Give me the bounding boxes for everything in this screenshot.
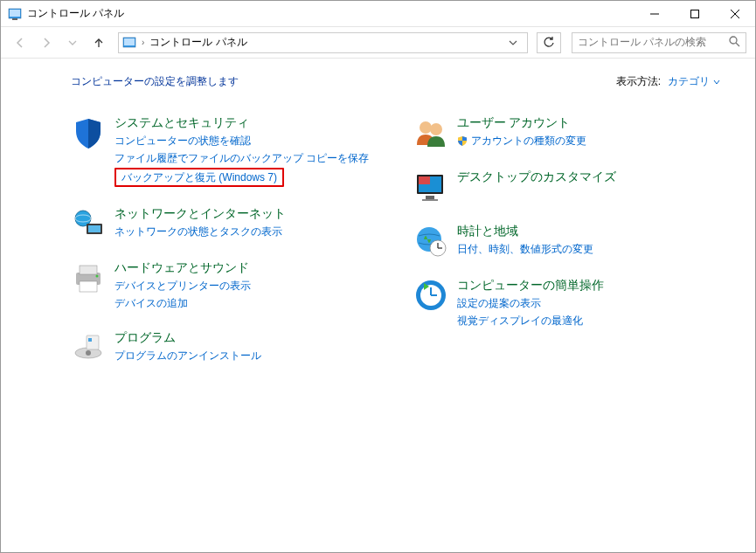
globe-clock-icon [413, 224, 448, 259]
view-by-value: カテゴリ [668, 74, 710, 89]
svg-rect-29 [419, 176, 430, 184]
svg-rect-23 [87, 335, 99, 349]
back-button[interactable] [10, 32, 31, 53]
category-hardware-sound: ハードウェアとサウンド デバイスとプリンターの表示 デバイスの追加 [71, 260, 387, 311]
ease-of-access-icon [413, 278, 448, 313]
navigation-toolbar: › コントロール パネル コントロール パネルの検索 [1, 27, 755, 59]
category-ease-of-access: コンピューターの簡単操作 設定の提案の表示 視覚ディスプレイの最適化 [413, 278, 730, 328]
svg-rect-2 [12, 18, 17, 20]
link-uninstall-program[interactable]: プログラムのアンインストール [114, 348, 261, 363]
minimize-button[interactable] [635, 1, 675, 27]
category-programs: プログラム プログラムのアンインストール [71, 330, 387, 365]
chevron-down-icon [713, 79, 720, 86]
control-panel-icon [122, 36, 136, 50]
link-backup-restore-win7[interactable]: バックアップと復元 (Windows 7) [114, 168, 284, 187]
svg-point-25 [420, 121, 432, 134]
search-icon [729, 36, 740, 50]
svg-rect-31 [422, 199, 438, 201]
svg-point-10 [730, 37, 737, 44]
recent-locations-button[interactable] [62, 32, 83, 53]
control-panel-icon [8, 7, 22, 21]
user-accounts-icon [413, 115, 448, 150]
programs-icon [71, 330, 106, 365]
category-desktop-customize: デスクトップのカスタマイズ [413, 169, 730, 204]
svg-point-20 [96, 275, 99, 278]
link-check-computer-status[interactable]: コンピューターの状態を確認 [114, 133, 369, 149]
svg-rect-9 [124, 38, 135, 45]
link-user-accounts[interactable]: ユーザー アカウント [457, 115, 586, 131]
link-hardware-sound[interactable]: ハードウェアとサウンド [114, 260, 251, 276]
up-button[interactable] [88, 32, 109, 53]
link-network-internet[interactable]: ネットワークとインターネット [114, 206, 286, 222]
svg-rect-16 [88, 225, 101, 232]
link-settings-suggestions[interactable]: 設定の提案の表示 [457, 295, 604, 311]
link-change-date-time-formats[interactable]: 日付、時刻、数値形式の変更 [457, 241, 593, 257]
link-optimize-visual-display[interactable]: 視覚ディスプレイの最適化 [457, 313, 604, 328]
svg-rect-18 [80, 266, 97, 274]
category-system-security: システムとセキュリティ コンピューターの状態を確認 ファイル履歴でファイルのバッ… [71, 115, 387, 187]
chevron-right-icon[interactable]: › [142, 38, 144, 47]
link-ease-of-access[interactable]: コンピューターの簡単操作 [457, 278, 604, 294]
refresh-button[interactable] [537, 32, 561, 53]
svg-rect-19 [80, 281, 97, 292]
link-programs[interactable]: プログラム [114, 330, 261, 346]
uac-shield-icon [457, 135, 468, 146]
svg-point-26 [430, 123, 442, 135]
address-bar[interactable]: › コントロール パネル [118, 32, 528, 53]
link-clock-region[interactable]: 時計と地域 [457, 224, 593, 239]
link-desktop-customization[interactable]: デスクトップのカスタマイズ [457, 169, 616, 185]
forward-button[interactable] [36, 32, 57, 53]
link-network-status-tasks[interactable]: ネットワークの状態とタスクの表示 [114, 224, 286, 239]
search-input[interactable]: コントロール パネルの検索 [572, 32, 746, 53]
link-system-security[interactable]: システムとセキュリティ [114, 115, 369, 131]
search-placeholder: コントロール パネルの検索 [578, 35, 729, 50]
chevron-down-icon[interactable] [503, 32, 524, 53]
svg-rect-24 [88, 338, 92, 342]
view-by-label: 表示方法: [616, 74, 661, 89]
link-file-history-backup[interactable]: ファイル履歴でファイルのバックアップ コピーを保存 [114, 150, 369, 166]
category-clock-region: 時計と地域 日付、時刻、数値形式の変更 [413, 224, 730, 259]
right-column: ユーザー アカウント アカウントの種類の変更 デスクトップのカスタマイズ [413, 115, 730, 365]
svg-rect-1 [10, 10, 20, 17]
page-heading: コンピューターの設定を調整します [71, 74, 239, 89]
link-view-devices-printers[interactable]: デバイスとプリンターの表示 [114, 278, 251, 294]
svg-point-22 [86, 350, 91, 356]
content-area: コンピューターの設定を調整します 表示方法: カテゴリ システムとセキュリティ … [1, 59, 755, 381]
close-button[interactable] [715, 1, 755, 27]
svg-line-11 [736, 43, 739, 46]
window-titlebar: コントロール パネル [1, 1, 755, 27]
window-title: コントロール パネル [27, 6, 635, 21]
link-add-device[interactable]: デバイスの追加 [114, 295, 251, 311]
view-by-selector[interactable]: 表示方法: カテゴリ [616, 74, 720, 89]
printer-icon [71, 260, 106, 295]
link-change-account-type[interactable]: アカウントの種類の変更 [457, 133, 586, 149]
breadcrumb-location[interactable]: コントロール パネル [149, 35, 246, 50]
category-network-internet: ネットワークとインターネット ネットワークの状態とタスクの表示 [71, 206, 387, 241]
category-user-accounts: ユーザー アカウント アカウントの種類の変更 [413, 115, 730, 150]
left-column: システムとセキュリティ コンピューターの状態を確認 ファイル履歴でファイルのバッ… [71, 115, 387, 365]
desktop-icon [413, 169, 448, 204]
network-icon [71, 206, 106, 241]
svg-rect-30 [426, 196, 434, 199]
maximize-button[interactable] [675, 1, 715, 27]
shield-icon [71, 115, 106, 150]
svg-rect-4 [691, 10, 699, 17]
